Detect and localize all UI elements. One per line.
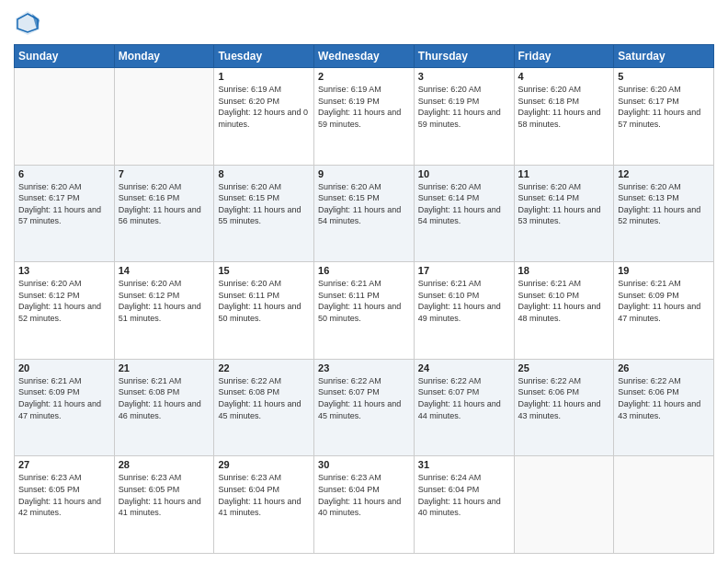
day-number: 8 <box>218 168 310 179</box>
week-row-3: 13Sunrise: 6:20 AM Sunset: 6:12 PM Dayli… <box>15 262 714 360</box>
day-info: Sunrise: 6:20 AM Sunset: 6:15 PM Dayligh… <box>218 181 310 227</box>
calendar-cell: 24Sunrise: 6:22 AM Sunset: 6:07 PM Dayli… <box>414 359 514 456</box>
day-number: 14 <box>119 265 210 276</box>
day-info: Sunrise: 6:20 AM Sunset: 6:16 PM Dayligh… <box>119 181 210 227</box>
calendar-cell: 12Sunrise: 6:20 AM Sunset: 6:13 PM Dayli… <box>614 165 714 262</box>
day-number: 2 <box>318 71 410 82</box>
day-number: 6 <box>18 168 110 179</box>
day-info: Sunrise: 6:20 AM Sunset: 6:14 PM Dayligh… <box>418 181 510 227</box>
calendar-cell: 6Sunrise: 6:20 AM Sunset: 6:17 PM Daylig… <box>15 165 115 262</box>
day-number: 16 <box>318 265 410 276</box>
day-number: 24 <box>418 362 510 373</box>
calendar-cell: 5Sunrise: 6:20 AM Sunset: 6:17 PM Daylig… <box>614 68 714 166</box>
days-header-row: SundayMondayTuesdayWednesdayThursdayFrid… <box>15 45 714 68</box>
day-info: Sunrise: 6:22 AM Sunset: 6:07 PM Dayligh… <box>318 375 410 421</box>
week-row-4: 20Sunrise: 6:21 AM Sunset: 6:09 PM Dayli… <box>15 359 714 456</box>
day-info: Sunrise: 6:20 AM Sunset: 6:14 PM Dayligh… <box>518 181 610 227</box>
day-info: Sunrise: 6:21 AM Sunset: 6:10 PM Dayligh… <box>418 278 510 324</box>
day-number: 28 <box>119 459 210 470</box>
day-number: 27 <box>18 459 110 470</box>
day-number: 1 <box>218 71 310 82</box>
calendar-cell <box>114 68 214 166</box>
day-number: 17 <box>418 265 510 276</box>
day-header-monday: Monday <box>114 45 214 68</box>
day-info: Sunrise: 6:23 AM Sunset: 6:05 PM Dayligh… <box>18 472 110 518</box>
day-info: Sunrise: 6:20 AM Sunset: 6:17 PM Dayligh… <box>618 84 710 130</box>
day-header-saturday: Saturday <box>614 45 714 68</box>
calendar-cell: 27Sunrise: 6:23 AM Sunset: 6:05 PM Dayli… <box>15 456 115 554</box>
calendar-cell: 22Sunrise: 6:22 AM Sunset: 6:08 PM Dayli… <box>214 359 314 456</box>
day-header-friday: Friday <box>514 45 614 68</box>
calendar-cell: 21Sunrise: 6:21 AM Sunset: 6:08 PM Dayli… <box>114 359 214 456</box>
day-info: Sunrise: 6:20 AM Sunset: 6:17 PM Dayligh… <box>18 181 110 227</box>
day-info: Sunrise: 6:20 AM Sunset: 6:13 PM Dayligh… <box>618 181 710 227</box>
calendar-cell: 2Sunrise: 6:19 AM Sunset: 6:19 PM Daylig… <box>314 68 415 166</box>
logo <box>14 9 45 37</box>
day-number: 18 <box>518 265 610 276</box>
day-number: 19 <box>618 265 710 276</box>
calendar-cell: 20Sunrise: 6:21 AM Sunset: 6:09 PM Dayli… <box>15 359 115 456</box>
day-number: 10 <box>418 168 510 179</box>
calendar-cell: 11Sunrise: 6:20 AM Sunset: 6:14 PM Dayli… <box>514 165 614 262</box>
calendar-cell: 19Sunrise: 6:21 AM Sunset: 6:09 PM Dayli… <box>614 262 714 360</box>
day-number: 23 <box>318 362 410 373</box>
calendar-cell: 17Sunrise: 6:21 AM Sunset: 6:10 PM Dayli… <box>414 262 514 360</box>
day-info: Sunrise: 6:21 AM Sunset: 6:11 PM Dayligh… <box>318 278 410 324</box>
day-number: 11 <box>518 168 610 179</box>
day-info: Sunrise: 6:20 AM Sunset: 6:18 PM Dayligh… <box>518 84 610 130</box>
day-number: 22 <box>218 362 310 373</box>
logo-icon <box>14 9 41 37</box>
day-info: Sunrise: 6:19 AM Sunset: 6:19 PM Dayligh… <box>318 84 410 130</box>
week-row-2: 6Sunrise: 6:20 AM Sunset: 6:17 PM Daylig… <box>15 165 714 262</box>
day-number: 15 <box>218 265 310 276</box>
calendar-cell: 16Sunrise: 6:21 AM Sunset: 6:11 PM Dayli… <box>314 262 415 360</box>
day-header-tuesday: Tuesday <box>214 45 314 68</box>
calendar-cell: 10Sunrise: 6:20 AM Sunset: 6:14 PM Dayli… <box>414 165 514 262</box>
day-info: Sunrise: 6:21 AM Sunset: 6:10 PM Dayligh… <box>518 278 610 324</box>
day-info: Sunrise: 6:24 AM Sunset: 6:04 PM Dayligh… <box>418 472 510 518</box>
day-header-wednesday: Wednesday <box>314 45 415 68</box>
calendar-cell: 4Sunrise: 6:20 AM Sunset: 6:18 PM Daylig… <box>514 68 614 166</box>
day-number: 4 <box>518 71 610 82</box>
calendar-cell <box>614 456 714 554</box>
page: SundayMondayTuesdayWednesdayThursdayFrid… <box>0 0 728 563</box>
day-header-sunday: Sunday <box>15 45 115 68</box>
day-info: Sunrise: 6:22 AM Sunset: 6:06 PM Dayligh… <box>618 375 710 421</box>
calendar-cell: 29Sunrise: 6:23 AM Sunset: 6:04 PM Dayli… <box>214 456 314 554</box>
day-number: 5 <box>618 71 710 82</box>
calendar-cell: 9Sunrise: 6:20 AM Sunset: 6:15 PM Daylig… <box>314 165 415 262</box>
day-info: Sunrise: 6:23 AM Sunset: 6:04 PM Dayligh… <box>318 472 410 518</box>
day-info: Sunrise: 6:22 AM Sunset: 6:07 PM Dayligh… <box>418 375 510 421</box>
day-number: 20 <box>18 362 110 373</box>
day-info: Sunrise: 6:20 AM Sunset: 6:15 PM Dayligh… <box>318 181 410 227</box>
day-number: 31 <box>418 459 510 470</box>
day-info: Sunrise: 6:22 AM Sunset: 6:06 PM Dayligh… <box>518 375 610 421</box>
calendar-cell: 3Sunrise: 6:20 AM Sunset: 6:19 PM Daylig… <box>414 68 514 166</box>
calendar-cell <box>15 68 115 166</box>
day-number: 29 <box>218 459 310 470</box>
day-number: 30 <box>318 459 410 470</box>
day-info: Sunrise: 6:20 AM Sunset: 6:11 PM Dayligh… <box>218 278 310 324</box>
calendar-cell: 15Sunrise: 6:20 AM Sunset: 6:11 PM Dayli… <box>214 262 314 360</box>
calendar-table: SundayMondayTuesdayWednesdayThursdayFrid… <box>14 44 714 554</box>
week-row-5: 27Sunrise: 6:23 AM Sunset: 6:05 PM Dayli… <box>15 456 714 554</box>
day-number: 25 <box>518 362 610 373</box>
calendar-cell: 31Sunrise: 6:24 AM Sunset: 6:04 PM Dayli… <box>414 456 514 554</box>
day-info: Sunrise: 6:23 AM Sunset: 6:04 PM Dayligh… <box>218 472 310 518</box>
day-number: 12 <box>618 168 710 179</box>
calendar-cell: 7Sunrise: 6:20 AM Sunset: 6:16 PM Daylig… <box>114 165 214 262</box>
calendar-cell <box>514 456 614 554</box>
day-info: Sunrise: 6:20 AM Sunset: 6:19 PM Dayligh… <box>418 84 510 130</box>
calendar-cell: 13Sunrise: 6:20 AM Sunset: 6:12 PM Dayli… <box>15 262 115 360</box>
day-info: Sunrise: 6:19 AM Sunset: 6:20 PM Dayligh… <box>218 84 310 130</box>
day-info: Sunrise: 6:20 AM Sunset: 6:12 PM Dayligh… <box>119 278 210 324</box>
calendar-cell: 1Sunrise: 6:19 AM Sunset: 6:20 PM Daylig… <box>214 68 314 166</box>
day-info: Sunrise: 6:21 AM Sunset: 6:09 PM Dayligh… <box>618 278 710 324</box>
calendar-cell: 25Sunrise: 6:22 AM Sunset: 6:06 PM Dayli… <box>514 359 614 456</box>
calendar-cell: 26Sunrise: 6:22 AM Sunset: 6:06 PM Dayli… <box>614 359 714 456</box>
calendar-cell: 28Sunrise: 6:23 AM Sunset: 6:05 PM Dayli… <box>114 456 214 554</box>
day-number: 21 <box>119 362 210 373</box>
day-number: 3 <box>418 71 510 82</box>
day-number: 7 <box>119 168 210 179</box>
day-number: 13 <box>18 265 110 276</box>
